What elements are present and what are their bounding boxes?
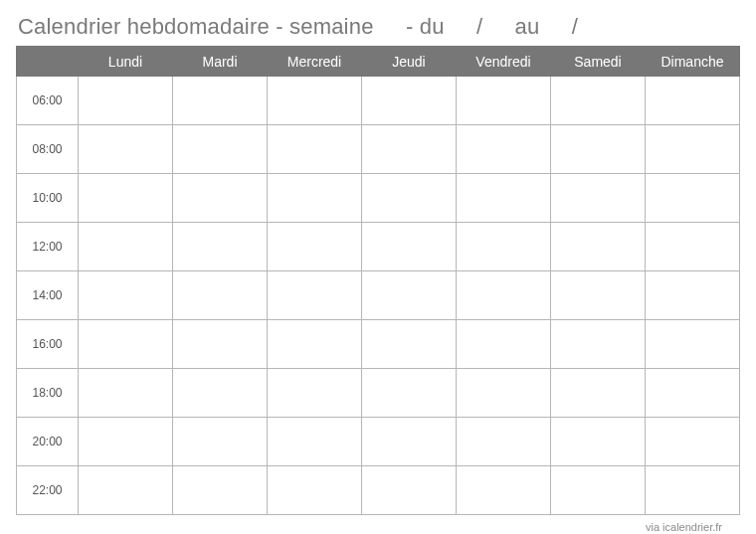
- time-label: 10:00: [17, 174, 79, 223]
- day-header: Lundi: [79, 47, 173, 77]
- calendar-row: 10:00: [17, 174, 740, 223]
- day-header: Vendredi: [457, 47, 551, 77]
- calendar-cell: [457, 125, 551, 174]
- calendar-cell: [173, 369, 268, 418]
- calendar-cell: [268, 223, 362, 271]
- calendar-cell: [646, 466, 740, 515]
- calendar-cell: [173, 418, 268, 466]
- calendar-cell: [268, 271, 362, 320]
- title-dash-du: - du: [406, 14, 445, 39]
- calendar-cell: [173, 223, 268, 271]
- calendar-cell: [646, 271, 740, 320]
- calendar-cell: [457, 271, 551, 320]
- calendar-header-corner: [17, 47, 79, 77]
- calendar-cell: [362, 466, 457, 515]
- calendar-cell: [646, 418, 740, 466]
- calendar-cell: [551, 174, 646, 223]
- calendar-cell: [646, 125, 740, 174]
- calendar-cell: [551, 466, 646, 515]
- calendar-cell: [551, 320, 646, 369]
- time-label: 22:00: [17, 466, 79, 515]
- day-header: Mercredi: [268, 47, 362, 77]
- time-label: 18:00: [17, 369, 79, 418]
- day-header: Dimanche: [646, 47, 740, 77]
- title-prefix: Calendrier hebdomadaire - semaine: [18, 14, 374, 39]
- calendar-cell: [268, 369, 362, 418]
- calendar-cell: [362, 271, 457, 320]
- calendar-cell: [551, 125, 646, 174]
- title-slash-1: /: [476, 14, 482, 39]
- calendar-cell: [79, 223, 173, 271]
- calendar-cell: [79, 271, 173, 320]
- calendar-cell: [173, 466, 268, 515]
- calendar-body: 06:00 08:00 10:00 12:00: [17, 77, 740, 515]
- calendar-cell: [646, 174, 740, 223]
- calendar-cell: [362, 418, 457, 466]
- page-title: Calendrier hebdomadaire - semaine - du /…: [18, 14, 740, 40]
- title-slash-2: /: [572, 14, 578, 39]
- calendar-header-row: Lundi Mardi Mercredi Jeudi Vendredi Same…: [17, 47, 740, 77]
- calendar-cell: [268, 174, 362, 223]
- calendar-cell: [173, 271, 268, 320]
- calendar-cell: [79, 418, 173, 466]
- day-header: Mardi: [173, 47, 268, 77]
- calendar-row: 12:00: [17, 223, 740, 271]
- calendar-cell: [268, 320, 362, 369]
- calendar-cell: [551, 369, 646, 418]
- calendar-cell: [362, 174, 457, 223]
- calendar-cell: [362, 320, 457, 369]
- day-header: Samedi: [551, 47, 646, 77]
- calendar-cell: [79, 174, 173, 223]
- calendar-cell: [268, 77, 362, 125]
- calendar-cell: [551, 418, 646, 466]
- calendar-cell: [551, 223, 646, 271]
- day-header: Jeudi: [362, 47, 457, 77]
- calendar-cell: [646, 77, 740, 125]
- time-label: 06:00: [17, 77, 79, 125]
- time-label: 12:00: [17, 223, 79, 271]
- calendar-cell: [362, 125, 457, 174]
- calendar-cell: [79, 77, 173, 125]
- calendar-row: 16:00: [17, 320, 740, 369]
- calendar-row: 08:00: [17, 125, 740, 174]
- time-label: 08:00: [17, 125, 79, 174]
- time-label: 20:00: [17, 418, 79, 466]
- title-au: au: [515, 14, 540, 39]
- calendar-cell: [551, 77, 646, 125]
- calendar-cell: [79, 320, 173, 369]
- calendar-cell: [173, 77, 268, 125]
- calendar-cell: [646, 223, 740, 271]
- calendar-cell: [646, 320, 740, 369]
- calendar-cell: [646, 369, 740, 418]
- calendar-cell: [173, 125, 268, 174]
- calendar-row: 22:00: [17, 466, 740, 515]
- calendar-cell: [268, 125, 362, 174]
- calendar-cell: [551, 271, 646, 320]
- calendar-row: 20:00: [17, 418, 740, 466]
- calendar-cell: [457, 466, 551, 515]
- footer-credit: via icalendrier.fr: [16, 515, 740, 533]
- calendar-row: 14:00: [17, 271, 740, 320]
- calendar-cell: [268, 466, 362, 515]
- time-label: 14:00: [17, 271, 79, 320]
- weekly-calendar-page: Calendrier hebdomadaire - semaine - du /…: [0, 0, 756, 533]
- calendar-cell: [362, 223, 457, 271]
- calendar-row: 06:00: [17, 77, 740, 125]
- calendar-cell: [457, 174, 551, 223]
- calendar-cell: [362, 369, 457, 418]
- calendar-cell: [173, 174, 268, 223]
- calendar-cell: [79, 466, 173, 515]
- calendar-table: Lundi Mardi Mercredi Jeudi Vendredi Same…: [16, 46, 740, 515]
- time-label: 16:00: [17, 320, 79, 369]
- calendar-cell: [173, 320, 268, 369]
- calendar-row: 18:00: [17, 369, 740, 418]
- calendar-cell: [79, 125, 173, 174]
- calendar-cell: [268, 418, 362, 466]
- calendar-cell: [362, 77, 457, 125]
- calendar-cell: [457, 320, 551, 369]
- calendar-cell: [457, 77, 551, 125]
- calendar-cell: [79, 369, 173, 418]
- calendar-cell: [457, 369, 551, 418]
- calendar-cell: [457, 223, 551, 271]
- calendar-cell: [457, 418, 551, 466]
